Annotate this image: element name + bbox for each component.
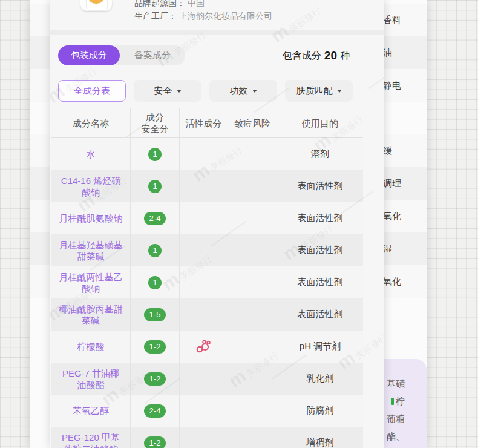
safety-score-cell: 1 <box>131 170 180 202</box>
table-row[interactable]: PEG-7 甘油椰油酸酯 1-2 乳化剂 <box>51 363 363 395</box>
table-row[interactable]: 苯氧乙醇 2-4 防腐剂 <box>51 395 363 427</box>
safety-score-cell: 1-2 <box>131 427 180 448</box>
highlight-box-line: 酯、 <box>387 427 405 445</box>
molecule-icon <box>195 340 212 354</box>
chevron-down-icon <box>177 90 182 93</box>
ingredient-source-tabs: 包装成分 备案成分 <box>58 45 185 65</box>
safety-score-badge: 1-2 <box>144 340 166 354</box>
safety-score-cell: 2-4 <box>131 202 180 234</box>
ingredient-count-suffix: 种 <box>340 50 350 62</box>
acne-risk-cell <box>228 266 277 298</box>
factory-value: 上海韵尔化妆品有限公司 <box>179 11 272 21</box>
ingredient-name-link[interactable]: 苯氧乙醇 <box>51 395 131 427</box>
filter-skin-match-label: 肤质匹配 <box>296 85 333 97</box>
usage-purpose-cell: 增稠剂 <box>277 427 363 448</box>
active-ingredient-cell <box>180 234 228 266</box>
watermark-text: m美丽修行 <box>267 0 324 47</box>
header-active-ingredient: 活性成分 <box>180 108 228 137</box>
header-safety-score: 成分 安全分 <box>131 108 180 137</box>
chevron-down-icon <box>337 90 342 93</box>
header-acne-risk: 致痘风险 <box>228 108 277 137</box>
section-divider <box>50 30 384 35</box>
ingredient-table-body: 水 1 溶剂 C14-16 烯烃磺酸钠 1 表面活性剂 月桂酰肌氨酸钠 2-4 … <box>51 138 363 448</box>
active-ingredient-cell <box>180 170 228 202</box>
acne-risk-cell <box>228 170 277 202</box>
ingredient-name-link[interactable]: PEG-120 甲基葡糖二油酸酯 <box>51 427 131 448</box>
active-ingredient-cell <box>180 202 228 234</box>
active-ingredient-cell <box>180 331 228 363</box>
table-row[interactable]: PEG-120 甲基葡糖二油酸酯 1-2 增稠剂 <box>51 427 363 448</box>
ingredient-name-link[interactable]: 月桂酰两性基乙酸钠 <box>51 266 131 298</box>
safety-score-cell: 1 <box>131 234 180 266</box>
safety-score-cell: 1-2 <box>131 363 180 395</box>
ingredient-name-link[interactable]: 月桂酰肌氨酸钠 <box>51 202 131 234</box>
active-ingredient-cell <box>180 266 228 298</box>
filter-safety-dropdown[interactable]: 安全 <box>134 80 201 102</box>
safety-score-cell: 1 <box>131 266 180 298</box>
safety-score-badge: 1-2 <box>144 372 166 386</box>
acne-risk-cell <box>228 331 277 363</box>
screenshot-canvas: { "product": { "brand_origin_label": "品牌… <box>0 0 478 448</box>
ingredient-count-number: 20 <box>324 49 337 62</box>
safety-score-cell: 1 <box>131 138 180 170</box>
safety-score-badge: 2-4 <box>144 404 166 418</box>
filter-safety-label: 安全 <box>154 85 172 97</box>
tab-filing-ingredients[interactable]: 备案成分 <box>120 45 185 65</box>
usage-purpose-cell: 表面活性剂 <box>277 234 363 266</box>
safety-score-cell: 1-2 <box>131 331 180 363</box>
brand-origin-label: 品牌起源国： <box>134 0 185 8</box>
filter-efficacy-label: 功效 <box>230 85 248 97</box>
ingredient-marker-icon <box>391 398 394 405</box>
table-row[interactable]: 月桂酰两性基乙酸钠 1 表面活性剂 <box>51 266 363 298</box>
table-row[interactable]: 月桂酰肌氨酸钠 2-4 表面活性剂 <box>51 202 363 234</box>
table-row[interactable]: C14-16 烯烃磺酸钠 1 表面活性剂 <box>51 170 363 202</box>
ingredient-name-link[interactable]: 月桂基羟基磺基甜菜碱 <box>51 234 131 266</box>
safety-score-cell: 2-4 <box>131 395 180 427</box>
tab-packaging-ingredients[interactable]: 包装成分 <box>58 45 120 65</box>
highlight-box-line: 柠 <box>387 392 405 410</box>
usage-purpose-cell: 溶剂 <box>277 138 363 170</box>
ingredient-detail-panel: 品牌起源国：中国 生产工厂：上海韵尔化妆品有限公司 包装成分 备案成分 包含成分… <box>50 0 384 448</box>
factory-line: 生产工厂：上海韵尔化妆品有限公司 <box>134 10 272 22</box>
safety-score-badge: 1 <box>148 148 162 161</box>
safety-score-badge: 1-5 <box>144 308 166 321</box>
product-thumbnail <box>80 0 112 11</box>
usage-purpose-cell: 表面活性剂 <box>277 298 363 331</box>
acne-risk-cell <box>228 138 277 170</box>
table-row[interactable]: 椰油酰胺丙基甜菜碱 1-5 表面活性剂 <box>51 298 363 331</box>
highlight-box-text: 基磺柠葡糖酯、 <box>387 375 405 445</box>
ingredient-name-link[interactable]: PEG-7 甘油椰油酸酯 <box>51 363 131 395</box>
ingredient-name-link[interactable]: 柠檬酸 <box>51 331 131 363</box>
ingredient-table-header: 成分名称 成分 安全分 活性成分 致痘风险 使用目的 <box>51 108 363 138</box>
ingredient-count: 包含成分 20 种 <box>283 48 350 63</box>
header-ingredient-name: 成分名称 <box>51 108 131 137</box>
table-row[interactable]: 月桂基羟基磺基甜菜碱 1 表面活性剂 <box>51 234 363 266</box>
acne-risk-cell <box>228 395 277 427</box>
usage-purpose-cell: 防腐剂 <box>277 395 363 427</box>
ingredient-name-link[interactable]: 椰油酰胺丙基甜菜碱 <box>51 298 131 331</box>
usage-purpose-cell: 表面活性剂 <box>277 266 363 298</box>
usage-purpose-cell: 乳化剂 <box>277 363 363 395</box>
brand-origin-line: 品牌起源国：中国 <box>134 0 205 9</box>
highlight-box-line: 葡糖 <box>387 410 405 427</box>
table-row[interactable]: 柠檬酸 1-2 pH 调节剂 <box>51 331 363 363</box>
usage-purpose-cell: 表面活性剂 <box>277 202 363 234</box>
active-ingredient-cell <box>180 298 228 331</box>
ingredient-name-link[interactable]: 水 <box>51 138 131 170</box>
ingredient-name-link[interactable]: C14-16 烯烃磺酸钠 <box>51 170 131 202</box>
safety-score-badge: 1 <box>148 276 162 289</box>
acne-risk-cell <box>228 427 277 448</box>
acne-risk-cell <box>228 298 277 331</box>
chevron-down-icon <box>252 90 257 93</box>
safety-score-badge: 1-2 <box>144 436 166 448</box>
acne-risk-cell <box>228 202 277 234</box>
active-ingredient-cell <box>180 427 228 448</box>
filter-full-list-button[interactable]: 全成分表 <box>58 80 126 102</box>
table-row[interactable]: 水 1 溶剂 <box>51 138 363 170</box>
filter-efficacy-dropdown[interactable]: 功效 <box>209 80 277 102</box>
usage-purpose-cell: pH 调节剂 <box>277 331 363 363</box>
active-ingredient-cell <box>180 138 228 170</box>
filter-skin-match-dropdown[interactable]: 肤质匹配 <box>285 80 353 102</box>
header-usage-purpose: 使用目的 <box>277 108 363 137</box>
ingredient-count-prefix: 包含成分 <box>283 50 321 62</box>
